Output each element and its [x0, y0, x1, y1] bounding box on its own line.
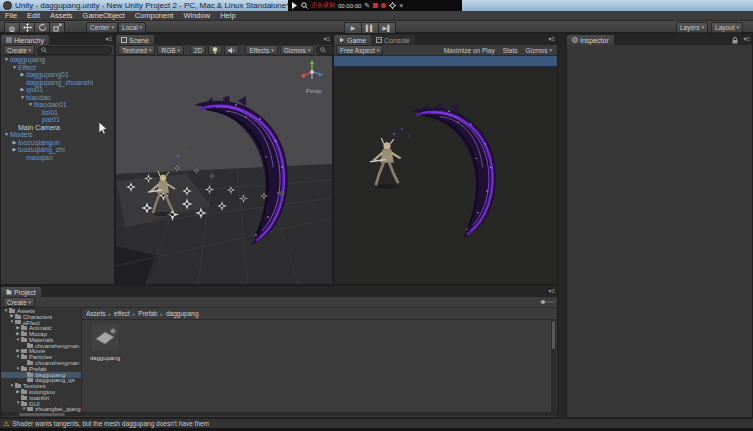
hierarchy-item[interactable]: lizi01	[1, 109, 114, 117]
project-create-button[interactable]: Create▾	[3, 297, 35, 307]
tab-project[interactable]: Project	[1, 287, 41, 297]
menu-file[interactable]: File	[0, 11, 22, 20]
cursor-tool-icon[interactable]	[292, 2, 298, 9]
tab-scene[interactable]: Scene	[116, 35, 154, 45]
thumbnail-size-slider[interactable]	[539, 299, 555, 305]
shading-mode-dropdown[interactable]: Textured▾	[118, 45, 155, 55]
scene-audio-button[interactable]	[224, 45, 239, 55]
tab-hierarchy[interactable]: Hierarchy	[1, 35, 49, 45]
scene-gizmos-dropdown[interactable]: Gizmos▾	[280, 45, 315, 55]
breadcrumb-prefab[interactable]: Prefab	[138, 310, 157, 317]
foldout-icon[interactable]: ▶	[19, 72, 26, 77]
caret-down-icon: ▾	[377, 48, 380, 53]
inspector-content	[567, 45, 752, 417]
layout-dropdown[interactable]: Layout▾	[711, 22, 743, 33]
maximize-on-play-button[interactable]: Maximize on Play	[441, 46, 498, 54]
layers-dropdown[interactable]: Layers▾	[676, 22, 708, 33]
hierarchy-item[interactable]: ▼biaodao	[1, 94, 114, 102]
foldout-icon[interactable]: ▼	[27, 102, 34, 107]
caret-down-icon: ▾	[178, 48, 181, 53]
hierarchy-item[interactable]: ▼daggupang	[1, 56, 114, 64]
menu-gameobject[interactable]: GameObject	[78, 11, 130, 20]
scale-tool-button[interactable]	[50, 22, 65, 33]
toggle-2d-button[interactable]: 2D	[190, 45, 206, 55]
breadcrumb-assets[interactable]: Assets	[86, 310, 106, 317]
panel-menu-icon[interactable]: ▾≡	[105, 36, 112, 42]
magnifier-icon[interactable]	[301, 2, 308, 9]
scene-viewport[interactable]: Persp	[116, 56, 332, 284]
panel-menu-icon[interactable]: ▾≡	[548, 288, 555, 294]
breadcrumb-daggupang[interactable]: daggupang	[166, 310, 199, 317]
lock-icon[interactable]	[732, 37, 738, 44]
hierarchy-item[interactable]: maoqian	[1, 154, 114, 162]
folder-icon	[15, 315, 21, 319]
menu-help[interactable]: Help	[215, 11, 240, 20]
hierarchy-item[interactable]: ▼Effect	[1, 64, 114, 72]
pause-recording-icon[interactable]	[373, 3, 378, 8]
stop-recording-icon[interactable]	[381, 3, 386, 8]
status-bar[interactable]: ⚠ Shader wants tangents, but the mesh da…	[0, 418, 753, 428]
folder-icon	[21, 332, 27, 336]
foldout-icon[interactable]: ▼	[19, 95, 26, 100]
hierarchy-item[interactable]: ▶daggupang01	[1, 71, 114, 79]
console-tab-icon	[376, 37, 382, 43]
folder-icon	[27, 361, 33, 365]
render-mode-dropdown[interactable]: RGB▾	[157, 45, 184, 55]
caret-down-icon: ▾	[149, 48, 152, 53]
folder-icon	[15, 320, 21, 324]
foldout-icon[interactable]: ▶	[11, 147, 18, 152]
hierarchy-item[interactable]: ▼Models	[1, 131, 114, 139]
status-message: Shader wants tangents, but the mesh dagg…	[12, 420, 209, 427]
panel-splitter[interactable]	[558, 33, 566, 418]
panel-menu-icon[interactable]: ▾≡	[323, 36, 330, 42]
project-hscrollbar[interactable]	[1, 412, 557, 416]
menu-window[interactable]: Window	[178, 11, 215, 20]
tab-console[interactable]: Console	[371, 35, 415, 45]
breadcrumb-effect[interactable]: effect	[114, 310, 130, 317]
game-gizmos-dropdown[interactable]: Gizmos▾	[522, 46, 555, 54]
menu-component[interactable]: Component	[130, 11, 179, 20]
move-tool-button[interactable]	[20, 22, 35, 33]
space-toggle-button[interactable]: Local▾	[118, 22, 146, 33]
effects-dropdown[interactable]: Effects▾	[245, 45, 277, 55]
window-title: Unity - daggupang.unity - New Unity Proj…	[15, 1, 289, 10]
panel-menu-icon[interactable]: ▾≡	[743, 36, 750, 42]
foldout-icon[interactable]: ▼	[3, 132, 10, 137]
hierarchy-item[interactable]: ▶luozuqiangun	[1, 139, 114, 147]
aspect-ratio-dropdown[interactable]: Free Aspect▾	[336, 45, 383, 55]
hierarchy-item[interactable]: ▼biaodao01	[1, 101, 114, 109]
tab-inspector[interactable]: Inspector	[567, 35, 614, 45]
menu-assets[interactable]: Assets	[45, 11, 78, 20]
panel-menu-icon[interactable]: ▾≡	[548, 36, 555, 42]
pen-tool-icon[interactable]: ✎	[364, 2, 370, 9]
menu-edit[interactable]: Edit	[22, 11, 45, 20]
hierarchy-item[interactable]: ▶luozuqiang_zhi	[1, 146, 114, 154]
project-vscrollbar[interactable]	[551, 319, 556, 412]
hierarchy-create-button[interactable]: Create▾	[3, 45, 35, 55]
scene-lighting-button[interactable]	[208, 45, 222, 55]
warning-icon: ⚠	[3, 420, 9, 427]
settings-gear-icon[interactable]	[389, 2, 396, 9]
hierarchy-item[interactable]: par01	[1, 116, 114, 124]
rotate-tool-button[interactable]	[35, 22, 50, 33]
hierarchy-item[interactable]: daggupang_zhuanshi	[1, 79, 114, 87]
foldout-icon[interactable]: ▶	[19, 87, 26, 92]
foldout-icon[interactable]: ▼	[11, 65, 18, 70]
hierarchy-item[interactable]: Main Camera	[1, 124, 114, 132]
game-viewport[interactable]	[334, 56, 557, 284]
hand-tool-button[interactable]	[4, 22, 20, 33]
foldout-icon[interactable]: ▼	[3, 57, 10, 62]
caret-down-icon: ▾	[271, 48, 274, 53]
foldout-icon[interactable]: ▶	[11, 140, 18, 145]
close-recorder-icon[interactable]: ×	[399, 2, 403, 9]
tab-game[interactable]: Game	[334, 35, 371, 45]
scene-gizmo-label[interactable]: Persp	[306, 88, 322, 94]
scene-panel: Scene ▾≡ Textured▾ RGB▾ 2D Effects▾ Gizm…	[115, 33, 333, 285]
scene-tab-icon	[121, 37, 127, 43]
hierarchy-search-input[interactable]	[37, 46, 112, 55]
asset-item[interactable]: daggupang	[88, 324, 122, 361]
hierarchy-item[interactable]: ▶qiu01	[1, 86, 114, 94]
pivot-toggle-button[interactable]: Center▾	[86, 22, 118, 33]
hierarchy-tree: ▼daggupang ▼Effect ▶daggupang01 daggupan…	[1, 56, 114, 284]
stats-button[interactable]: Stats	[500, 46, 521, 54]
